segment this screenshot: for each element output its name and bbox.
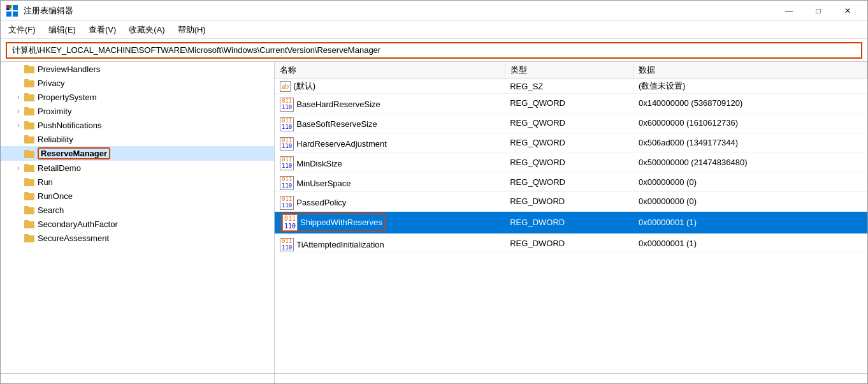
registry-table[interactable]: 名称 类型 数据 ab (默认) REG_SZ(数值未设置) 011110 Ba…: [275, 62, 867, 373]
svg-rect-7: [10, 8, 11, 10]
table-row[interactable]: 011110 BaseHardReserveSize REG_QWORD0x14…: [275, 94, 867, 114]
menu-help[interactable]: 帮助(H): [173, 23, 211, 37]
svg-rect-12: [24, 94, 34, 101]
tree-item-run[interactable]: Run: [1, 175, 274, 189]
menu-favorites[interactable]: 收藏夹(A): [124, 23, 170, 37]
svg-rect-5: [10, 5, 11, 8]
svg-rect-29: [24, 206, 29, 208]
tree-label: SecureAssessment: [38, 233, 109, 243]
address-input[interactable]: [6, 42, 862, 59]
tree-item-previewhandlers[interactable]: PreviewHandlers: [1, 62, 274, 76]
col-type: 类型: [505, 62, 633, 79]
main-content: PreviewHandlers Privacy › PropertyS: [1, 62, 867, 373]
svg-rect-8: [24, 66, 34, 73]
expand-icon: [13, 191, 24, 201]
tree-item-privacy[interactable]: Privacy: [1, 76, 274, 90]
registry-editor-window: 注册表编辑器 — □ ✕ 文件(F) 编辑(E) 查看(V) 收藏夹(A) 帮助…: [0, 0, 868, 384]
folder-icon: [24, 191, 35, 201]
tree-item-search[interactable]: Search: [1, 203, 274, 217]
tree-item-secureassessment[interactable]: SecureAssessment: [1, 231, 274, 245]
svg-rect-32: [24, 235, 34, 242]
svg-rect-6: [6, 8, 9, 10]
expand-icon: [13, 134, 24, 144]
tree-item-reservemanager[interactable]: ReserveManager: [1, 146, 274, 161]
folder-icon: [24, 134, 35, 144]
folder-icon: [24, 205, 35, 215]
tree-label: SecondaryAuthFactor: [38, 219, 118, 229]
tree-item-secondaryauthfactor[interactable]: SecondaryAuthFactor: [1, 217, 274, 231]
tree-item-retaildemo[interactable]: › RetailDemo: [1, 161, 274, 175]
svg-rect-13: [24, 93, 29, 95]
folder-icon: [24, 163, 35, 173]
col-data: 数据: [633, 62, 867, 79]
tree-scroll[interactable]: PreviewHandlers Privacy › PropertyS: [1, 62, 274, 373]
svg-rect-26: [24, 193, 34, 200]
svg-rect-20: [24, 151, 34, 158]
folder-icon: [24, 78, 35, 88]
menu-edit[interactable]: 编辑(E): [43, 23, 81, 37]
tree-label: PushNotifications: [38, 121, 101, 130]
col-name: 名称: [275, 62, 505, 79]
expand-icon: [13, 149, 24, 159]
tree-item-propertysystem[interactable]: › PropertySystem: [1, 90, 274, 104]
table-row[interactable]: 011110 TiAttemptedInitialization REG_DWO…: [275, 233, 867, 253]
svg-rect-22: [24, 165, 34, 172]
tree-label: RunOnce: [38, 191, 73, 201]
svg-rect-14: [24, 108, 34, 115]
tree-item-proximity[interactable]: › Proximity: [1, 104, 274, 118]
expand-icon: [13, 233, 24, 243]
menu-view[interactable]: 查看(V): [83, 23, 121, 37]
table-row[interactable]: 011110 ShippedWithReserves REG_DWORD0x00…: [275, 211, 867, 233]
menu-file[interactable]: 文件(F): [3, 23, 41, 37]
tree-item-pushnotifications[interactable]: › PushNotifications: [1, 118, 274, 132]
svg-rect-27: [24, 192, 29, 194]
table-row[interactable]: 011110 MinUserSpace REG_QWORD0x00000000 …: [275, 172, 867, 192]
folder-icon: [24, 219, 35, 229]
expand-icon: [13, 219, 24, 229]
table-row[interactable]: 011110 BaseSoftReserveSize REG_QWORD0x60…: [275, 113, 867, 133]
folder-icon: [24, 233, 35, 243]
svg-rect-33: [24, 234, 29, 236]
expand-icon: ›: [13, 106, 24, 116]
folder-icon: [24, 120, 35, 130]
expand-icon: [13, 205, 24, 215]
tree-label: Proximity: [38, 107, 71, 116]
app-icon: [6, 4, 18, 17]
tree-label: Privacy: [38, 78, 65, 88]
tree-item-runonce[interactable]: RunOnce: [1, 189, 274, 203]
expand-icon: [13, 64, 24, 74]
svg-rect-24: [24, 179, 34, 186]
table-row[interactable]: 011110 HardReserveAdjustment REG_QWORD0x…: [275, 133, 867, 152]
svg-rect-17: [24, 121, 29, 123]
tree-label: Search: [38, 205, 64, 215]
maximize-button[interactable]: □: [804, 1, 833, 21]
window-controls: — □ ✕: [774, 1, 862, 21]
values-pane: 名称 类型 数据 ab (默认) REG_SZ(数值未设置) 011110 Ba…: [275, 62, 867, 373]
tree-label: RetailDemo: [38, 163, 81, 173]
menu-bar: 文件(F) 编辑(E) 查看(V) 收藏夹(A) 帮助(H): [1, 21, 867, 39]
folder-icon: [24, 92, 35, 102]
tree-item-reliability[interactable]: Reliability: [1, 132, 274, 146]
svg-rect-11: [24, 79, 29, 81]
tree-hscroll[interactable]: [1, 374, 275, 383]
address-bar: [1, 39, 867, 62]
tree-label: Run: [38, 177, 53, 187]
svg-rect-16: [24, 122, 34, 129]
close-button[interactable]: ✕: [833, 1, 862, 21]
svg-rect-9: [24, 65, 29, 67]
expand-icon: ›: [13, 163, 24, 173]
values-hscroll[interactable]: [275, 374, 867, 383]
svg-rect-3: [13, 11, 18, 17]
tree-label: ReserveManager: [41, 149, 107, 158]
svg-rect-31: [24, 220, 29, 222]
table-row[interactable]: ab (默认) REG_SZ(数值未设置): [275, 79, 867, 94]
svg-rect-15: [24, 107, 29, 109]
minimize-button[interactable]: —: [774, 1, 804, 21]
tree-pane: PreviewHandlers Privacy › PropertyS: [1, 62, 275, 373]
svg-rect-21: [24, 150, 29, 152]
bottom-scroll: [1, 373, 867, 383]
folder-icon: [24, 177, 35, 187]
svg-rect-25: [24, 178, 29, 180]
table-row[interactable]: 011110 MinDiskSize REG_QWORD0x500000000 …: [275, 152, 867, 172]
table-row[interactable]: 011110 PassedPolicy REG_DWORD0x00000000 …: [275, 191, 867, 211]
